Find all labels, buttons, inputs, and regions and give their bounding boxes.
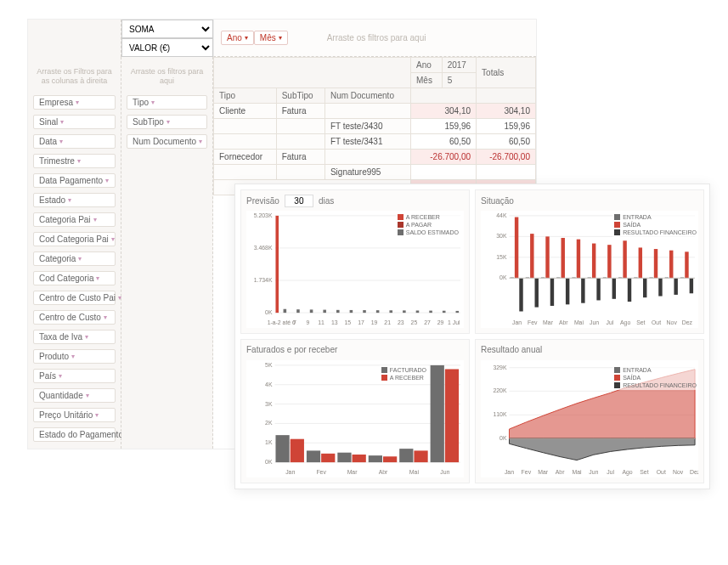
row-fields-dropzone[interactable]: Arraste os filtros para aqui Tipo▾SubTip… xyxy=(121,57,213,449)
svg-rect-66 xyxy=(592,244,595,279)
svg-rect-83 xyxy=(658,278,662,296)
available-fields-hint: Arraste os Filtros para as colunas à dir… xyxy=(33,67,116,87)
svg-text:11: 11 xyxy=(318,319,324,325)
field-chip-pre-o-unit-rio[interactable]: Preço Unitário▾ xyxy=(33,408,116,422)
chart-faturados: 0K1K2K3K4K5KJanFevMarAbrMaiJun xyxy=(246,360,464,477)
svg-text:9: 9 xyxy=(307,319,310,325)
svg-rect-109 xyxy=(307,450,320,462)
svg-rect-13 xyxy=(310,309,313,313)
card-previsao: Previsão dias A RECEBER A PAGAR SALDO ES… xyxy=(240,189,470,334)
legend-facturado: FACTURADO xyxy=(390,367,426,373)
field-chip-sinal[interactable]: Sinal▾ xyxy=(33,115,116,129)
legend-entrada-2: ENTRADA xyxy=(623,367,651,373)
svg-rect-71 xyxy=(612,278,616,298)
field-chip-categoria-pai[interactable]: Categoria Pai▾ xyxy=(33,212,116,227)
svg-text:13: 13 xyxy=(331,319,338,325)
svg-rect-59 xyxy=(566,278,569,304)
field-chip-cod-categoria-pai[interactable]: Cod Categoria Pai▾ xyxy=(33,232,116,246)
field-chip-centro-de-custo[interactable]: Centro de Custo▾ xyxy=(33,310,116,325)
svg-rect-50 xyxy=(530,234,533,278)
svg-text:29: 29 xyxy=(437,319,444,325)
svg-text:Jan: Jan xyxy=(285,469,295,475)
svg-text:Dez: Dez xyxy=(682,319,693,325)
field-chip-subtipo[interactable]: SubTipo▾ xyxy=(127,115,207,129)
svg-rect-106 xyxy=(275,435,289,462)
svg-text:0K: 0K xyxy=(499,435,507,441)
svg-text:Out: Out xyxy=(652,319,661,325)
svg-rect-107 xyxy=(291,439,304,462)
svg-text:Jun: Jun xyxy=(440,469,449,475)
svg-text:44K: 44K xyxy=(496,212,507,218)
svg-text:Jul: Jul xyxy=(606,319,613,325)
card-resultado-title: Resultado anual xyxy=(481,345,542,354)
field-chip-categoria[interactable]: Categoria▾ xyxy=(33,251,116,266)
svg-rect-116 xyxy=(383,456,397,462)
field-chip-data-pagamento[interactable]: Data Pagamento▾ xyxy=(33,173,116,188)
field-chip-estado-do-pagamento[interactable]: Estado do Pagamento▾ xyxy=(33,427,116,442)
svg-text:23: 23 xyxy=(398,319,404,325)
svg-text:27: 27 xyxy=(424,319,431,325)
svg-text:Abr: Abr xyxy=(559,319,568,325)
pivot-column-filter-dropzone[interactable]: Ano▾Mês▾ Arraste os filtros para aqui xyxy=(213,20,536,57)
svg-text:Ago: Ago xyxy=(620,319,630,326)
svg-text:Fev: Fev xyxy=(316,469,326,475)
col-header-ano-val: 2017 xyxy=(442,58,476,73)
measure-select[interactable]: VALOR (€) xyxy=(121,38,213,57)
card-situacao: Situação ENTRADA SAÍDA RESULTADO FINANCE… xyxy=(475,189,704,334)
svg-text:Nov: Nov xyxy=(673,469,684,475)
svg-rect-33 xyxy=(443,311,446,313)
svg-rect-91 xyxy=(690,278,693,293)
svg-text:110K: 110K xyxy=(493,411,506,417)
svg-text:1.734K: 1.734K xyxy=(254,277,273,283)
field-chip-data[interactable]: Data▾ xyxy=(33,134,116,149)
field-chip-trimestre[interactable]: Trimestre▾ xyxy=(33,154,116,168)
svg-rect-29 xyxy=(416,310,420,313)
card-resultado: Resultado anual ENTRADA SAÍDA RESULTADO … xyxy=(475,339,704,483)
aggregation-select[interactable]: SOMA xyxy=(121,20,213,38)
card-situacao-title: Situação xyxy=(481,196,514,206)
svg-text:Jul: Jul xyxy=(607,469,614,475)
col-header-ano: Ano xyxy=(411,58,443,73)
legend-saldo-estimado: SALDO ESTIMADO xyxy=(406,229,459,235)
svg-rect-82 xyxy=(654,249,657,278)
svg-rect-70 xyxy=(607,245,611,278)
svg-rect-122 xyxy=(445,369,459,462)
svg-text:Ago: Ago xyxy=(622,469,632,476)
legend-por-receber: A RECEBER xyxy=(390,375,424,381)
card-faturados-title: Faturados e por receber xyxy=(246,345,337,354)
svg-rect-51 xyxy=(535,278,539,307)
svg-text:3.468K: 3.468K xyxy=(254,245,273,251)
svg-text:Jan: Jan xyxy=(512,319,522,325)
field-chip-centro-de-custo-pai[interactable]: Centro de Custo Pai▾ xyxy=(33,291,116,305)
row-header-tipo: Tipo xyxy=(214,88,277,104)
available-fields-dropzone[interactable]: Arraste os Filtros para as colunas à dir… xyxy=(28,57,121,449)
field-chip-ano[interactable]: Ano▾ xyxy=(221,31,254,45)
svg-text:7: 7 xyxy=(293,319,296,325)
previsao-days-input[interactable] xyxy=(285,195,313,207)
field-chip-produto[interactable]: Produto▾ xyxy=(33,349,116,364)
field-chip-estado[interactable]: Estado▾ xyxy=(33,193,116,207)
table-row: FT teste/3430159,96159,96 xyxy=(214,119,536,134)
field-chip-num-documento[interactable]: Num Documento▾ xyxy=(127,134,207,149)
svg-rect-47 xyxy=(519,278,522,311)
field-chip-empresa[interactable]: Empresa▾ xyxy=(33,95,116,110)
field-chip-quantidade[interactable]: Quantidade▾ xyxy=(33,388,116,403)
svg-text:Mai: Mai xyxy=(409,469,420,475)
svg-text:Jan: Jan xyxy=(505,469,514,475)
svg-text:17: 17 xyxy=(358,319,364,325)
svg-rect-55 xyxy=(550,278,554,306)
field-chip-pa-s[interactable]: País▾ xyxy=(33,369,116,383)
field-chip-cod-categoria[interactable]: Cod Categoria▾ xyxy=(33,271,116,285)
filter-dropzone-hint: Arraste os filtros para aqui xyxy=(327,33,426,42)
dashboard-panel: Previsão dias A RECEBER A PAGAR SALDO ES… xyxy=(234,184,710,489)
card-faturados: Faturados e por receber FACTURADO A RECE… xyxy=(240,339,470,483)
field-chip-tipo[interactable]: Tipo▾ xyxy=(127,95,207,110)
field-chip-m-s[interactable]: Mês▾ xyxy=(254,31,288,45)
legend-saida: SAÍDA xyxy=(623,222,641,228)
row-header-subtipo: SubTipo xyxy=(276,88,324,104)
field-chip-taxa-de-iva[interactable]: Taxa de Iva▾ xyxy=(33,330,116,344)
legend-resultado-fin-2: RESULTADO FINANCEIRO xyxy=(623,382,697,388)
row-fields-hint: Arraste os filtros para aqui xyxy=(127,67,207,87)
svg-text:0K: 0K xyxy=(265,309,273,315)
svg-text:Jun: Jun xyxy=(589,469,598,475)
